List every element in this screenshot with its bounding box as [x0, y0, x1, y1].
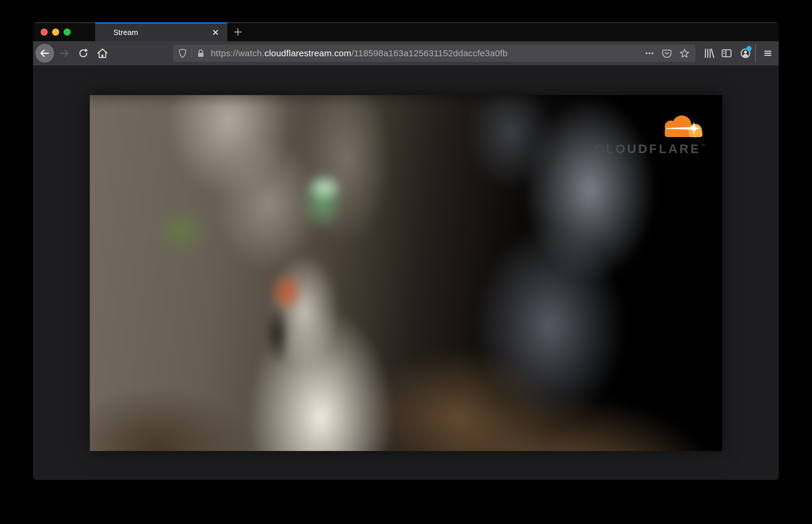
account-button[interactable]	[739, 47, 752, 60]
window-minimize-button[interactable]	[52, 29, 59, 36]
trademark-symbol: ™	[701, 143, 705, 148]
bookmark-star-icon[interactable]	[679, 48, 690, 59]
sidebar-button[interactable]	[720, 47, 733, 60]
page-actions-icon[interactable]	[644, 48, 655, 59]
browser-window: Stream ✕ +	[33, 22, 779, 480]
pocket-icon[interactable]	[661, 48, 672, 59]
page-content: CLOUDFLARE ™	[33, 65, 779, 480]
cloudflare-wordmark: CLOUDFLARE	[595, 143, 701, 155]
url-text: https://watch.cloudflarestream.com/11859…	[211, 48, 507, 58]
back-icon	[39, 48, 50, 59]
tracking-protection-shield-icon[interactable]	[177, 48, 188, 59]
connection-secure-lock-icon[interactable]	[195, 48, 206, 59]
tab-close-button[interactable]: ✕	[210, 23, 221, 41]
home-button[interactable]	[96, 47, 109, 60]
library-icon	[702, 47, 715, 60]
video-player[interactable]: CLOUDFLARE ™	[90, 95, 722, 451]
navigation-toolbar: https://watch.cloudflarestream.com/11859…	[33, 41, 779, 65]
reload-icon	[78, 48, 89, 59]
tab-title: Stream	[113, 28, 138, 37]
library-button[interactable]	[702, 47, 715, 60]
menu-button[interactable]	[761, 47, 774, 60]
forward-icon	[59, 48, 70, 59]
new-tab-button[interactable]: +	[230, 22, 246, 41]
tab-bar: Stream ✕ +	[33, 22, 779, 41]
toolbar-separator	[755, 44, 756, 62]
window-zoom-button[interactable]	[64, 29, 71, 36]
cloudflare-cloud-icon	[656, 112, 704, 141]
account-notification-dot	[746, 46, 752, 51]
forward-button[interactable]	[58, 47, 71, 60]
url-path: /118598a163a125631152ddaccfe3a0fb	[351, 48, 507, 58]
window-close-button[interactable]	[40, 29, 48, 36]
traffic-lights	[40, 29, 71, 36]
url-domain: cloudflarestream.com	[264, 48, 351, 58]
reload-button[interactable]	[77, 47, 90, 60]
home-icon	[97, 47, 108, 59]
address-bar[interactable]: https://watch.cloudflarestream.com/11859…	[173, 45, 695, 62]
sidebar-icon	[720, 47, 733, 60]
back-button[interactable]	[35, 44, 54, 63]
cloudflare-logo: CLOUDFLARE ™	[595, 112, 705, 155]
url-scheme-subdomain: https://watch.	[211, 48, 264, 58]
urlbar-separator	[191, 49, 192, 58]
tab-stream[interactable]: Stream ✕	[95, 22, 227, 41]
hamburger-menu-icon	[761, 47, 774, 60]
